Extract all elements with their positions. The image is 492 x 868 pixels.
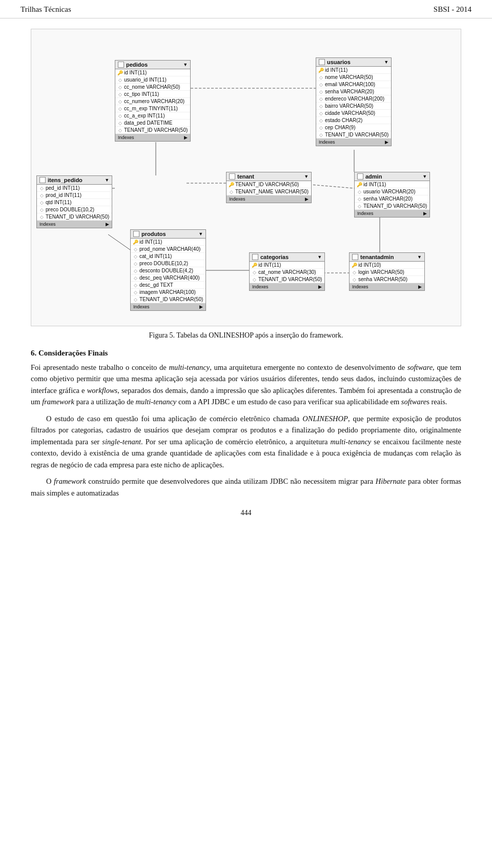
table-row: ◇TENANT_ID VARCHAR(50) <box>355 203 429 210</box>
indexes-label: Indexes <box>252 284 269 289</box>
figure-caption: Figura 5. Tabelas da ONLINESHOP após a i… <box>31 331 461 340</box>
table-footer-usuarios: Indexes ▶ <box>316 139 391 146</box>
key-icon: 🔑 <box>229 182 234 187</box>
table-row: ◇TENANT_ID VARCHAR(50) <box>131 296 206 303</box>
table-row: ◇cc_a_exp INT(11) <box>115 112 190 120</box>
diamond-icon: ◇ <box>319 132 323 137</box>
table-row: ◇TENANT_ID VARCHAR(50) <box>37 213 112 221</box>
db-table-pedidos: pedidos ▼🔑id INT(11)◇usuario_id INT(11)◇… <box>115 60 191 142</box>
field-text: nome VARCHAR(50) <box>325 74 373 80</box>
indexes-label: Indexes <box>352 284 368 289</box>
dropdown-arrow: ▼ <box>105 177 109 183</box>
dropdown-arrow: ▼ <box>417 254 422 260</box>
table-row: 🔑TENANT_ID VARCHAR(50) <box>227 181 311 188</box>
diamond-icon: ◇ <box>118 106 122 111</box>
db-table-itens_pedido: itens_pedido ▼◇ped_id INT(11)◇prod_id IN… <box>36 175 112 228</box>
table-name: categorias <box>260 254 289 260</box>
footer-arrow: ▶ <box>385 140 388 145</box>
table-header-usuarios: usuarios ▼ <box>316 58 391 67</box>
field-text: TENANT_ID VARCHAR(50) <box>363 203 427 209</box>
diamond-icon: ◇ <box>118 77 122 82</box>
field-text: senha VARCHAR(20) <box>325 89 374 94</box>
field-text: usuario_id INT(11) <box>124 77 167 83</box>
diamond-icon: ◇ <box>252 277 257 282</box>
table-name: admin <box>365 173 382 180</box>
diagram-container: pedidos ▼🔑id INT(11)◇usuario_id INT(11)◇… <box>31 29 461 326</box>
field-text: cc_tipo INT(11) <box>124 91 159 97</box>
table-row: ◇TENANT_ID VARCHAR(50) <box>316 131 391 139</box>
db-table-usuarios: usuarios ▼🔑id INT(11)◇nome VARCHAR(50)◇e… <box>316 57 392 146</box>
field-text: cc_a_exp INT(11) <box>124 113 165 119</box>
field-text: preco DOUBLE(10,2) <box>46 207 94 212</box>
diamond-icon: ◇ <box>118 99 122 104</box>
dropdown-arrow: ▼ <box>304 174 309 179</box>
field-text: endereco VARCHAR(200) <box>325 96 384 102</box>
field-text: id INT(11) <box>258 262 281 268</box>
diamond-icon: ◇ <box>118 113 122 118</box>
table-footer-produtos: Indexes ▶ <box>131 303 206 310</box>
diamond-icon: ◇ <box>357 204 362 208</box>
field-text: TENANT_ID VARCHAR(50) <box>124 127 188 133</box>
table-header-pedidos: pedidos ▼ <box>115 61 190 69</box>
body-paragraphs: Foi apresentado neste trabalho o conceit… <box>31 362 461 499</box>
key-icon: 🔑 <box>118 70 122 75</box>
field-text: ped_id INT(11) <box>46 185 80 191</box>
table-row: ◇prod_nome VARCHAR(40) <box>131 246 206 253</box>
field-text: TENANT_ID VARCHAR(50) <box>46 214 109 220</box>
table-row: ◇cidade VARCHAR(50) <box>316 110 391 117</box>
diamond-icon: ◇ <box>319 104 323 108</box>
field-text: id INT(11) <box>363 182 386 187</box>
diamond-icon: ◇ <box>133 254 138 259</box>
table-row: ◇senha VARCHAR(50) <box>350 276 424 283</box>
table-row: ◇TENANT_ID VARCHAR(50) <box>250 276 324 283</box>
table-footer-tenantadmin: Indexes ▶ <box>350 283 424 290</box>
diamond-icon: ◇ <box>133 261 138 266</box>
diamond-icon: ◇ <box>319 75 323 80</box>
field-text: senha VARCHAR(50) <box>358 277 407 282</box>
dropdown-arrow: ▼ <box>317 254 322 260</box>
field-text: cc_m_exp TINYINT(11) <box>124 106 178 111</box>
field-text: cat_nome VARCHAR(30) <box>258 269 316 275</box>
field-text: bairro VARCHAR(50) <box>325 103 373 109</box>
field-text: desc_peq VARCHAR(400) <box>139 275 200 281</box>
field-text: imagem VARCHAR(100) <box>139 289 196 295</box>
table-header-tenantadmin: tenantadmin ▼ <box>350 253 424 262</box>
dropdown-arrow: ▼ <box>198 231 203 236</box>
diamond-icon: ◇ <box>319 118 323 123</box>
page-header: Trilhas Técnicas SBSI - 2014 <box>0 0 492 18</box>
table-row: ◇TENANT_NAME VARCHAR(50) <box>227 188 311 195</box>
table-row: 🔑id INT(11) <box>316 67 391 74</box>
field-text: prod_nome VARCHAR(40) <box>139 246 200 252</box>
table-row: ◇cc_m_exp TINYINT(11) <box>115 105 190 112</box>
table-header-admin: admin ▼ <box>355 172 429 181</box>
field-text: login VARCHAR(50) <box>358 269 404 275</box>
diamond-icon: ◇ <box>118 128 122 132</box>
footer-arrow: ▶ <box>305 196 309 202</box>
table-row: ◇ped_id INT(11) <box>37 185 112 192</box>
field-text: cc_numero VARCHAR(20) <box>124 98 184 104</box>
table-footer-categorias: Indexes ▶ <box>250 283 324 290</box>
table-row: ◇usuario_id INT(11) <box>115 76 190 84</box>
dropdown-arrow: ▼ <box>384 60 388 65</box>
diamond-icon: ◇ <box>118 121 122 125</box>
body-paragraph-2: O framework construído permite que desen… <box>31 476 461 499</box>
table-footer-pedidos: Indexes ▶ <box>115 134 190 141</box>
field-text: cc_nome VARCHAR(50) <box>124 84 180 90</box>
table-row: ◇desc_peq VARCHAR(400) <box>131 274 206 282</box>
table-icon <box>39 177 46 183</box>
diamond-icon: ◇ <box>39 200 44 205</box>
table-header-categorias: categorias ▼ <box>250 253 324 262</box>
field-text: TENANT_NAME VARCHAR(50) <box>235 189 309 194</box>
field-text: desconto DOUBLE(4,2) <box>139 268 193 273</box>
table-header-produtos: produtos ▼ <box>131 230 206 239</box>
footer-arrow: ▶ <box>318 284 322 289</box>
table-row: ◇desconto DOUBLE(4,2) <box>131 267 206 274</box>
footer-arrow: ▶ <box>106 222 109 227</box>
db-table-categorias: categorias ▼🔑id INT(11)◇cat_nome VARCHAR… <box>249 252 325 291</box>
table-row: ◇cep CHAR(9) <box>316 124 391 131</box>
key-icon: 🔑 <box>252 263 257 267</box>
diamond-icon: ◇ <box>229 189 234 194</box>
dropdown-arrow: ▼ <box>422 174 427 179</box>
table-row: ◇data_ped DATETIME <box>115 120 190 127</box>
header-right: SBSI - 2014 <box>434 5 471 14</box>
